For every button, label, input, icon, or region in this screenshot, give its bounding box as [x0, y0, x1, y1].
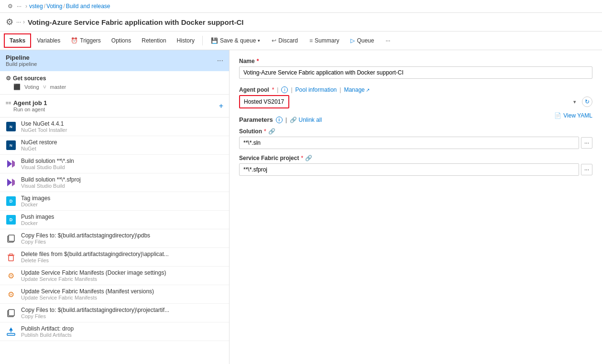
pipeline-title: Pipeline [6, 54, 37, 61]
external-link-icon: ↗ [366, 87, 370, 93]
gear-orange-icon-2: ⚙ [6, 289, 16, 300]
page-title: Voting-Azure Service Fabric application … [28, 18, 243, 26]
right-panel: 📄 View YAML Name * Agent pool * | i | Po… [230, 50, 602, 364]
task-type-tag-images: Docker [21, 202, 50, 207]
summary-button[interactable]: ≡ Summary [304, 35, 344, 46]
add-task-button[interactable]: + [219, 102, 223, 110]
sfproj-field-group: Service Fabric project * 🔗 ··· [239, 155, 592, 176]
task-type-publish: Publish Build Artifacts [21, 332, 74, 338]
docker-icon-2: D [6, 214, 16, 225]
refresh-pool-button[interactable]: ↻ [582, 96, 592, 107]
task-item-copy-pdbs[interactable]: Copy Files to: $(build.artifactstagingdi… [0, 229, 229, 248]
link-chain-icon: 🔗 [290, 117, 297, 123]
parameters-header: Parameters i | 🔗 Unlink all [239, 116, 592, 123]
vs-build-icon-1 [6, 159, 16, 169]
summary-icon: ≡ [309, 37, 313, 44]
publish-icon [6, 326, 16, 337]
nuget-icon: N [6, 140, 16, 150]
svg-rect-13 [7, 333, 15, 335]
solution-input[interactable] [239, 137, 579, 149]
task-name-copy-projectartif: Copy Files to: $(build.artifactstagingdi… [21, 307, 169, 313]
breadcrumb-sep1: ··· [17, 3, 22, 10]
task-item-update-manifests-versions[interactable]: ⚙ Update Service Fabric Manifests (Manif… [0, 285, 229, 304]
svg-rect-10 [10, 254, 12, 255]
save-dropdown-arrow: ▾ [258, 38, 260, 43]
copy-icon-1 [6, 233, 16, 244]
task-item-build-sln[interactable]: Build solution **\*.sln Visual Studio Bu… [0, 155, 229, 173]
task-type-build-sln: Visual Studio Build [21, 164, 74, 170]
breadcrumb-build-release[interactable]: Build and release [66, 3, 110, 10]
queue-icon: ▷ [350, 37, 355, 44]
params-info-icon[interactable]: i [276, 117, 283, 123]
discard-button[interactable]: ↩ Discard [266, 35, 303, 46]
docker-icon-1: D [6, 196, 16, 206]
task-name-tag-images: Tag images [21, 195, 50, 202]
agent-job-title: Agent job 1 [13, 99, 47, 107]
pipeline-more-button[interactable]: ··· [217, 56, 223, 65]
task-type-nuget-restore: NuGet [21, 146, 57, 151]
parameters-section: Parameters i | 🔗 Unlink all Solution * 🔗… [239, 116, 592, 176]
agent-pool-select-row: Hosted VS2017 ↻ [239, 95, 592, 108]
task-item-delete-files[interactable]: Delete files from $(build.artifactstagin… [0, 248, 229, 267]
agent-pool-required: * [272, 86, 274, 93]
save-queue-button[interactable]: 💾 Save & queue ▾ [206, 35, 265, 46]
tab-triggers[interactable]: ⏰ Triggers [66, 34, 106, 47]
task-type-use-nuget: NuGet Tool Installer [21, 127, 67, 133]
task-type-update-versions: Update Service Fabric Manifests [21, 295, 154, 300]
task-item-push-images[interactable]: D Push images Docker [0, 211, 229, 229]
agent-pool-field-group: Agent pool * | i | Pool information | Ma… [239, 86, 592, 108]
toolbar: Tasks Variables ⏰ Triggers Options Reten… [0, 32, 602, 50]
task-name-push-images: Push images [21, 214, 54, 220]
breadcrumb-arrow1: › [25, 3, 27, 10]
trigger-icon: ⏰ [71, 37, 78, 44]
repo-icon: ⬛ [13, 84, 21, 90]
save-icon: 💾 [211, 37, 218, 44]
task-name-copy-pdbs: Copy Files to: $(build.artifactstagingdi… [21, 232, 150, 239]
task-name-nuget-restore: NuGet restore [21, 139, 57, 146]
tasks-list: N Use NuGet 4.4.1 NuGet Tool Installer N… [0, 118, 229, 364]
solution-label: Solution [239, 128, 262, 135]
agent-info-icon[interactable]: i [281, 86, 288, 93]
tab-variables[interactable]: Variables [32, 34, 65, 47]
task-type-build-sfproj: Visual Studio Build [21, 183, 81, 189]
agent-job-row: ≡≡ Agent job 1 Run on agent + [0, 95, 229, 118]
task-name-build-sfproj: Build solution **\*.sfproj [21, 176, 81, 183]
task-name-build-sln: Build solution **\*.sln [21, 158, 74, 164]
solution-field-group: Solution * 🔗 ··· [239, 128, 592, 149]
task-item-copy-projectartif[interactable]: Copy Files to: $(build.artifactstagingdi… [0, 304, 229, 322]
tab-retention[interactable]: Retention [137, 34, 171, 47]
breadcrumb-vsteg[interactable]: vsteg [29, 3, 43, 10]
queue-button[interactable]: ▷ Queue [345, 35, 379, 46]
agent-pool-select[interactable]: Hosted VS2017 [239, 95, 289, 108]
solution-link-icon: 🔗 [268, 128, 275, 135]
yaml-icon: 📄 [554, 112, 561, 119]
task-item-build-sfproj[interactable]: Build solution **\*.sfproj Visual Studio… [0, 173, 229, 192]
ellipsis-icon: ··· [16, 19, 21, 25]
task-item-use-nuget[interactable]: N Use NuGet 4.4.1 NuGet Tool Installer [0, 118, 229, 136]
sfproj-input[interactable] [239, 163, 579, 176]
task-item-tag-images[interactable]: D Tag images Docker [0, 192, 229, 211]
task-type-copy-projectartif: Copy Files [21, 313, 169, 319]
task-item-update-manifests-docker[interactable]: ⚙ Update Service Fabric Manifests (Docke… [0, 267, 229, 285]
pipeline-subtitle: Build pipeline [6, 61, 37, 67]
agent-pool-label-row: Agent pool * | i | Pool information | Ma… [239, 86, 592, 93]
solution-input-row: ··· [239, 137, 592, 149]
sfproj-input-row: ··· [239, 163, 592, 176]
sfproj-link-icon: 🔗 [305, 155, 312, 161]
task-item-nuget-restore[interactable]: N NuGet restore NuGet [0, 136, 229, 155]
pool-information-link[interactable]: Pool information [296, 86, 337, 93]
more-toolbar-button[interactable]: ··· [380, 35, 395, 46]
name-field-group: Name * [239, 58, 592, 79]
name-input[interactable] [239, 66, 592, 79]
tab-history[interactable]: History [172, 34, 199, 47]
unlink-all-button[interactable]: 🔗 Unlink all [290, 117, 322, 123]
sfproj-browse-button[interactable]: ··· [581, 164, 592, 175]
manage-link[interactable]: Manage ↗ [344, 86, 369, 93]
tab-tasks[interactable]: Tasks [4, 33, 31, 48]
solution-browse-button[interactable]: ··· [581, 137, 592, 149]
view-yaml-button[interactable]: 📄 View YAML [554, 112, 592, 119]
tab-options[interactable]: Options [107, 34, 136, 47]
breadcrumb-voting[interactable]: Voting [46, 3, 62, 10]
main-container: Pipeline Build pipeline ··· ⚙ Get source… [0, 50, 602, 364]
task-item-publish-artifact[interactable]: Publish Artifact: drop Publish Build Art… [0, 322, 229, 341]
